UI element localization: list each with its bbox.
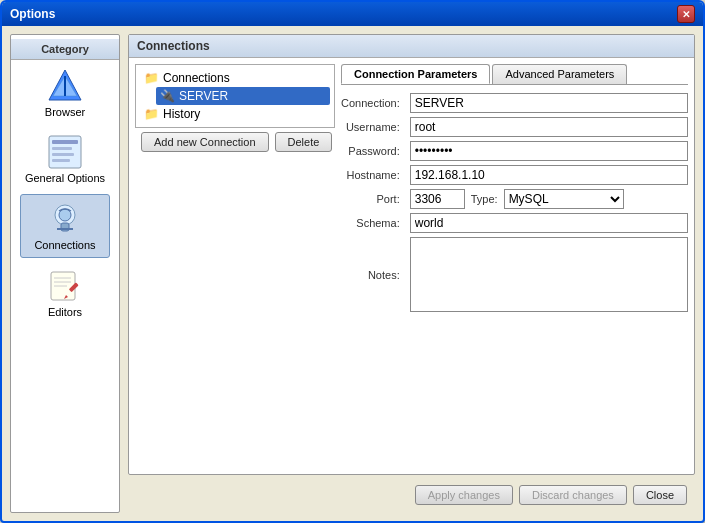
sidebar-header: Category xyxy=(11,39,119,60)
port-input[interactable] xyxy=(410,189,465,209)
connection-label: Connection: xyxy=(341,97,404,109)
delete-button[interactable]: Delete xyxy=(275,132,333,152)
server-conn-icon: 🔌 xyxy=(160,89,175,103)
tree-item-history-folder[interactable]: 📁 History xyxy=(140,105,330,123)
sidebar: Category Browser Genera xyxy=(10,34,120,513)
tab-advanced-params[interactable]: Advanced Parameters xyxy=(492,64,627,84)
sidebar-item-editors[interactable]: Editors xyxy=(20,262,110,324)
close-button[interactable]: Close xyxy=(633,485,687,505)
connection-input[interactable] xyxy=(410,93,688,113)
hostname-label: Hostname: xyxy=(341,169,404,181)
apply-changes-button[interactable]: Apply changes xyxy=(415,485,513,505)
window-close-button[interactable]: ✕ xyxy=(677,5,695,23)
notes-label: Notes: xyxy=(341,269,404,281)
tree-item-connections-folder[interactable]: 📁 Connections xyxy=(140,69,330,87)
schema-input[interactable] xyxy=(410,213,688,233)
sidebar-item-connections-label: Connections xyxy=(34,239,95,251)
folder-icon: 📁 xyxy=(144,71,159,85)
options-window: Options ✕ Category Browser xyxy=(0,0,705,523)
port-label: Port: xyxy=(341,193,404,205)
tree-item-connections-label: Connections xyxy=(163,71,230,85)
username-label: Username: xyxy=(341,121,404,133)
tree-panel: 📁 Connections 🔌 SERVER 📁 Hi xyxy=(135,64,335,128)
password-label: Password: xyxy=(341,145,404,157)
panel-content: 📁 Connections 🔌 SERVER 📁 Hi xyxy=(129,58,694,474)
footer: Apply changes Discard changes Close xyxy=(128,481,695,513)
main-panel: Connections 📁 Connections 🔌 xyxy=(128,34,695,513)
sidebar-item-connections[interactable]: Connections xyxy=(20,194,110,258)
notes-textarea[interactable] xyxy=(410,237,688,312)
connections-panel: Connections 📁 Connections 🔌 xyxy=(128,34,695,475)
port-type-row: Type: MySQL PostgreSQL SQLite MSSQL xyxy=(410,189,688,209)
params-panel: Connection Parameters Advanced Parameter… xyxy=(341,64,688,468)
panel-header: Connections xyxy=(129,35,694,58)
history-folder-icon: 📁 xyxy=(144,107,159,121)
add-connection-button[interactable]: Add new Connection xyxy=(141,132,269,152)
sidebar-item-editors-label: Editors xyxy=(48,306,82,318)
tree-item-history-label: History xyxy=(163,107,200,121)
sidebar-item-general-options[interactable]: General Options xyxy=(20,128,110,190)
general-options-icon xyxy=(47,134,83,170)
svg-rect-4 xyxy=(52,140,78,144)
connection-form: Connection: Username: Password: Hostname… xyxy=(341,93,688,312)
sidebar-item-browser[interactable]: Browser xyxy=(20,62,110,124)
tabs: Connection Parameters Advanced Parameter… xyxy=(341,64,688,85)
window-body: Category Browser Genera xyxy=(2,26,703,521)
schema-label: Schema: xyxy=(341,217,404,229)
hostname-input[interactable] xyxy=(410,165,688,185)
tree-item-server-label: SERVER xyxy=(179,89,228,103)
svg-rect-7 xyxy=(52,159,70,162)
editors-icon xyxy=(47,268,83,304)
sidebar-item-general-label: General Options xyxy=(25,172,105,184)
svg-rect-5 xyxy=(52,147,72,150)
window-title: Options xyxy=(10,7,55,21)
sidebar-item-browser-label: Browser xyxy=(45,106,85,118)
connections-icon xyxy=(47,201,83,237)
tree-buttons: Add new Connection Delete xyxy=(135,132,335,158)
browser-icon xyxy=(47,68,83,104)
tree-item-server[interactable]: 🔌 SERVER xyxy=(156,87,330,105)
tab-connection-params[interactable]: Connection Parameters xyxy=(341,64,490,84)
username-input[interactable] xyxy=(410,117,688,137)
discard-changes-button[interactable]: Discard changes xyxy=(519,485,627,505)
title-bar: Options ✕ xyxy=(2,2,703,26)
password-input[interactable] xyxy=(410,141,688,161)
svg-rect-6 xyxy=(52,153,74,156)
type-label: Type: xyxy=(471,193,498,205)
type-select[interactable]: MySQL PostgreSQL SQLite MSSQL xyxy=(504,189,624,209)
